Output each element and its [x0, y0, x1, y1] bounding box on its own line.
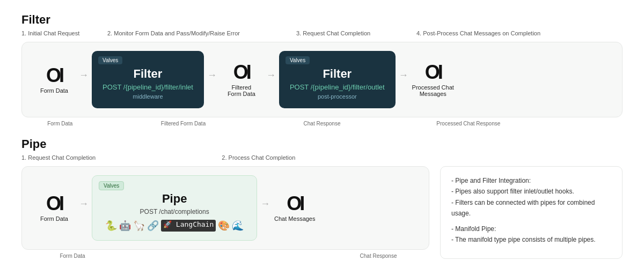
- arrow-2: →: [207, 70, 217, 90]
- filter-inlet-sub: middleware: [133, 93, 163, 100]
- filter-footer-4: Processed Chat Response: [376, 121, 561, 126]
- arrow-1: →: [79, 70, 89, 90]
- pipe-oi-icon-1: OI: [46, 194, 62, 213]
- pipe-oi-icon-2: OI: [287, 194, 303, 213]
- filter-inlet-title: Filter: [134, 67, 163, 81]
- emoji-python: 🐍: [105, 220, 117, 232]
- filter-node-label-1: Form Data: [40, 87, 68, 94]
- filter-node-filtered: OI FilteredForm Data: [220, 63, 263, 97]
- info-line-2: - Pipes also support filter inlet/outlet…: [451, 186, 611, 197]
- pipe-node-chat: OI Chat Messages: [273, 194, 316, 222]
- pipe-step-1: 1. Request Chat Completion: [21, 154, 222, 161]
- filter-node-processed: OI Processed ChatMessages: [412, 63, 455, 97]
- pipe-info-box: - Pipe and Filter Integration: - Pipes a…: [440, 166, 623, 259]
- pipe-step-2: 2. Process Chat Completion: [222, 154, 623, 161]
- pipe-node-label-1: Form Data: [40, 215, 68, 222]
- emoji-langchain: 🚀 LangChain: [161, 220, 216, 232]
- emoji-link: 🔗: [147, 220, 159, 232]
- pipe-step-labels: 1. Request Chat Completion 2. Process Ch…: [21, 154, 623, 161]
- filter-oi-icon-3: OI: [425, 63, 441, 82]
- pipe-card-title: Pipe: [162, 192, 187, 206]
- filter-outlet-sub: post-processor: [318, 93, 357, 100]
- info-line-5: - Manifold Pipe:: [451, 224, 611, 234]
- filter-outlet-route: POST /{pipeline_id}/filter/outlet: [290, 83, 385, 91]
- filter-step-2: 2. Monitor Form Data and Pass/Modify/Rai…: [107, 30, 296, 36]
- emoji-art: 🎨: [218, 220, 230, 232]
- filter-section: Filter 1. Initial Chat Request 2. Monito…: [21, 13, 623, 126]
- pipe-arrow-2: →: [260, 198, 270, 218]
- emoji-llama: 🦙: [133, 220, 145, 232]
- pipe-node-label-2: Chat Messages: [274, 215, 315, 222]
- pipe-diagram-wrapper: OI Form Data → Valves Pipe POST /chat/co…: [21, 166, 429, 259]
- pipe-diagram: OI Form Data → Valves Pipe POST /chat/co…: [21, 166, 429, 250]
- filter-footer-1: Form Data: [21, 121, 99, 126]
- pipe-section: Pipe 1. Request Chat Completion 2. Proce…: [21, 137, 623, 259]
- pipe-node-form-data: OI Form Data: [33, 194, 76, 222]
- info-line-3: - Filters can be connected with pipes fo…: [451, 197, 611, 219]
- info-line-1: - Pipe and Filter Integration:: [451, 175, 611, 186]
- filter-inlet-card: Valves Filter POST /{pipeline_id}/filter…: [92, 51, 204, 108]
- emoji-water: 🌊: [232, 220, 244, 232]
- filter-outlet-title: Filter: [323, 67, 352, 81]
- pipe-footer-1: Form Data: [21, 253, 123, 259]
- filter-node-label-2: FilteredForm Data: [228, 84, 255, 97]
- pipe-valves: Valves: [99, 181, 124, 190]
- pipe-footer-2: Chat Response: [327, 253, 429, 259]
- filter-step-3: 3. Request Chat Completion: [296, 30, 416, 36]
- filter-step-labels: 1. Initial Chat Request 2. Monitor Form …: [21, 30, 623, 36]
- filter-footer-2: Filtered Form Data: [99, 121, 268, 126]
- filter-node-label-3: Processed ChatMessages: [412, 84, 454, 97]
- pipe-card: Valves Pipe POST /chat/completions 🐍 🤖 🦙…: [92, 175, 257, 241]
- pipe-card-route: POST /chat/completions: [140, 208, 209, 215]
- filter-outlet-card: Valves Filter POST /{pipeline_id}/filter…: [279, 51, 396, 108]
- pipe-footer: Form Data Chat Response: [21, 253, 429, 259]
- info-spacer: [451, 219, 611, 224]
- filter-outlet-valves: Valves: [286, 56, 310, 64]
- pipe-footer-spacer: [123, 253, 327, 259]
- filter-footer-5: [561, 121, 623, 126]
- filter-step-1: 1. Initial Chat Request: [21, 30, 107, 36]
- arrow-3: →: [266, 70, 276, 90]
- filter-diagram: OI Form Data → Valves Filter POST /{pipe…: [21, 42, 623, 117]
- emoji-openai: 🤖: [119, 220, 131, 232]
- pipe-arrow-1: →: [79, 198, 89, 218]
- filter-step-4: 4. Post-Process Chat Messages on Complet…: [416, 30, 623, 36]
- pipe-title: Pipe: [21, 137, 623, 151]
- filter-footer: Form Data Filtered Form Data Chat Respon…: [21, 121, 623, 126]
- filter-inlet-route: POST /{pipeline_id}/filter/inlet: [103, 83, 193, 91]
- filter-node-form-data: OI Form Data: [33, 66, 76, 94]
- filter-inlet-valves: Valves: [98, 56, 122, 64]
- pipe-row: OI Form Data → Valves Pipe POST /chat/co…: [21, 166, 623, 259]
- info-line-6: - The manifold type pipe consists of mul…: [451, 234, 611, 245]
- arrow-4: →: [399, 70, 408, 90]
- pipe-emoji-row: 🐍 🤖 🦙 🔗 🚀 LangChain 🎨 🌊: [105, 220, 244, 232]
- filter-footer-3: Chat Response: [268, 121, 376, 126]
- filter-oi-icon-1: OI: [46, 66, 62, 85]
- filter-oi-icon-2: OI: [233, 63, 250, 82]
- filter-title: Filter: [21, 13, 623, 27]
